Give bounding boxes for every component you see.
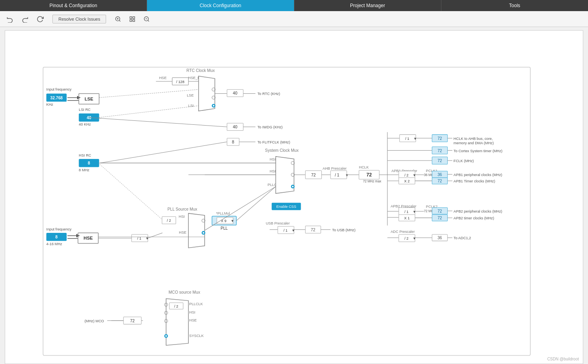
lse-rtc-line [99, 89, 198, 97]
rtc-40-value: 40 [233, 91, 238, 95]
apb1-x2-label: X 2 [404, 179, 410, 183]
pll-hsi-div2-val: / 2 [167, 219, 171, 223]
hclk-ahb-label2: memory and DMA (MHz) [454, 141, 494, 145]
pll-mul-arr: ▼ [231, 219, 234, 223]
hsi-flitf-line [100, 142, 227, 163]
flitf-8-value: 8 [232, 140, 234, 144]
lse-label: LSE [85, 97, 93, 101]
pll-mul-out-line [236, 186, 276, 221]
pll-src-mux-title: PLL Source Mux [167, 207, 197, 211]
hse-rtc-label: HSE [159, 76, 166, 80]
lsi-iwdg-line [89, 118, 227, 127]
hse-pll-div-val: / 1 [137, 236, 141, 240]
apb2-arr: ▼ [412, 210, 416, 214]
hclk-value: 72 [366, 172, 372, 178]
hse-input-value: 8 [55, 235, 58, 239]
to-usb-label: To USB (MHz) [332, 228, 356, 232]
hse-pll-mux-line [148, 233, 162, 238]
rtc-mux-title: RTC Clock Mux [186, 68, 215, 73]
hclk-max-label: 72 MHz max [363, 180, 381, 183]
mco-radio4-dot [165, 335, 167, 337]
ahb-div1-val: / 1 [405, 137, 409, 141]
clock-diagram-svg: Input frequency 32.768 KHz LSE LSI RC 40… [5, 31, 583, 364]
mco-72-value: 72 [130, 319, 135, 323]
input-freq-lse-label: Input frequency [46, 87, 72, 91]
hsi-value: 8 [88, 161, 90, 165]
lse-value: 32.768 [50, 96, 63, 100]
nav-pinout[interactable]: Pinout & Configuration [0, 0, 147, 11]
watermark: CSDN @buildroot [547, 357, 579, 361]
hsi-pll-conn [98, 163, 162, 219]
adc-out-value: 36 [437, 236, 442, 240]
hclk-title: HCLK [359, 165, 369, 169]
apb2-title: APB2 Prescaler [391, 204, 416, 208]
hsi-unit: 8 MHz [79, 168, 89, 172]
lsi-unit: 40 KHz [79, 122, 91, 126]
svg-rect-7 [133, 19, 135, 21]
mco-div2-val: / 2 [174, 304, 178, 308]
redo-button[interactable] [19, 14, 31, 24]
mco-sysclk-label: SYSCLK [189, 334, 204, 338]
ahb-dropdown-arrow: ▼ [345, 173, 349, 177]
nav-project[interactable]: Project Manager [294, 0, 441, 11]
usb-out-value: 72 [311, 228, 315, 232]
lsi-rtc-label: LSI [188, 104, 194, 108]
apb2-x1-label: X 1 [404, 216, 410, 220]
to-flitf-label: To FLITFCLK (MHz) [257, 140, 290, 144]
svg-rect-6 [130, 19, 132, 21]
svg-line-1 [119, 20, 120, 21]
svg-rect-5 [133, 17, 135, 19]
mco-hse-label: HSE [189, 318, 197, 322]
undo-button[interactable] [4, 14, 16, 24]
svg-line-9 [148, 20, 149, 21]
fclk-label: FCLK (MHz) [454, 159, 474, 163]
enable-css-label: Enable CSS [277, 205, 296, 209]
mco-mux-title: MCO source Mux [168, 290, 200, 294]
to-iwdg-label: To IWDG (KHz) [257, 125, 282, 129]
cortex-out-value: 72 [437, 149, 442, 153]
lsi-rtc-line [99, 106, 198, 118]
usb-prescaler-val: / 1 [283, 228, 287, 232]
sysclk-value: 72 [311, 173, 316, 177]
apb1-peri-value: 36 [437, 172, 442, 177]
hclk-ahb-label: HCLK to AHB bus, core, [454, 137, 493, 141]
apb1-arr: ▼ [412, 173, 416, 177]
zoom-out-button[interactable] [141, 14, 152, 24]
hse-unit: 4-16 MHz [46, 242, 62, 246]
nav-tools[interactable]: Tools [441, 0, 588, 11]
zoom-in-button[interactable] [112, 14, 124, 24]
iwdg-40-value: 40 [233, 125, 238, 129]
resolve-clock-issues-button[interactable]: Resolve Clock Issues [52, 15, 106, 23]
hse-label: HSE [83, 236, 93, 240]
nav-clock[interactable]: Clock Configuration [147, 0, 294, 11]
pll-out-line [205, 186, 276, 230]
adc-label: To ADC1,2 [454, 236, 471, 240]
fclk-out-value: 72 [437, 159, 442, 163]
apb2-timer-label: APB2 timer clocks (MHz) [454, 216, 494, 220]
apb1-timer-value: 72 [437, 179, 442, 183]
pll-label: PLL [220, 226, 228, 230]
usb-prescaler-title: USB Prescaler [266, 221, 290, 225]
adc-title: ADC Prescaler [391, 230, 415, 234]
hsi-sysclk-label: HSI [270, 157, 276, 161]
fit-view-button[interactable] [127, 14, 138, 24]
hse-pll-div-arr: ▼ [145, 236, 149, 240]
usb-prescaler-arr: ▼ [292, 228, 295, 232]
pll-hsi-label: HSI [179, 215, 185, 219]
svg-rect-4 [130, 17, 132, 19]
pll-mux-radio2-dot [203, 232, 204, 234]
apb1-val: / 2 [404, 173, 408, 177]
adc-val: / 2 [404, 236, 408, 240]
to-rtc-label: To RTC (KHz) [257, 92, 280, 96]
apb1-timer-label: APB1 Timer clocks (MHz) [454, 179, 495, 183]
top-nav: Pinout & Configuration Clock Configurati… [0, 0, 588, 11]
ahb-prescaler-value: / 1 [335, 173, 340, 177]
mco-pllclk-label: PLLCLK [189, 302, 203, 306]
pll-hse-label: HSE [179, 230, 186, 234]
lse-rtc-label: LSE [187, 93, 193, 97]
mco-label: (MHz) MCO [85, 319, 104, 323]
pll-mux-shape [188, 213, 205, 248]
refresh-button[interactable] [34, 14, 46, 24]
apb2-timer-value: 72 [437, 216, 442, 220]
clock-canvas: Input frequency 32.768 KHz LSE LSI RC 40… [5, 30, 583, 364]
